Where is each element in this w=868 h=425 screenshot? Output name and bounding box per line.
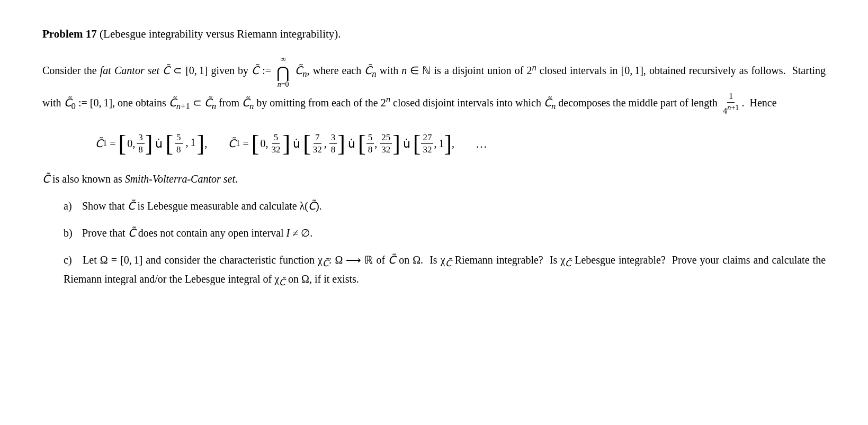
frac-3-8: 3 8 xyxy=(137,132,145,156)
big-intersection: ∞ ⋂ n=0 xyxy=(276,53,290,91)
C-tilde-2: C̃ xyxy=(252,65,259,76)
part-b-label: b) xyxy=(64,224,79,242)
frac-27-32-top: 27 xyxy=(421,132,433,144)
frac-3-8-top: 3 xyxy=(137,132,145,144)
frac-3-8b-top: 3 xyxy=(329,132,337,144)
frac-27-32: 27 32 xyxy=(421,132,433,156)
page-container: Problem 17 (Lebesgue integrability versu… xyxy=(42,25,826,290)
frac-5-8c-top: 5 xyxy=(366,132,374,144)
frac-27-32-bot: 32 xyxy=(421,144,433,156)
part-a: a) Show that C̃ is Lebesgue measurable a… xyxy=(64,197,826,215)
n-zero-label: n=0 xyxy=(278,78,289,91)
C-tilde-known: C̃ xyxy=(42,173,50,185)
frac-7-32-bot: 32 xyxy=(311,144,324,156)
part-b: b) Prove that C̃ does not contain any op… xyxy=(64,224,826,242)
bracket-close-6: ] xyxy=(444,134,452,153)
known-as-text: C̃ is also known as Smith-Volterra-Canto… xyxy=(42,170,826,188)
frac-5-8-top: 5 xyxy=(175,132,183,144)
frac-num: 1 xyxy=(727,91,735,103)
part-a-content: Show that C̃ is Lebesgue measurable and … xyxy=(82,200,322,212)
frac-5-32-a: 5 32 xyxy=(270,132,282,156)
Cn-tilde-2: C̃n xyxy=(364,65,376,76)
bracket-close-3: ] xyxy=(283,134,291,153)
val-0-2: 0, xyxy=(261,135,269,152)
problem-number: Problem 17 xyxy=(42,28,97,40)
part-a-label: a) xyxy=(64,197,79,215)
bracket-close-2: ] xyxy=(197,134,205,153)
union-dot-1: u̇ xyxy=(155,134,163,153)
union-dot-4: u̇ xyxy=(403,134,410,153)
C0-tilde: C̃ xyxy=(64,96,71,108)
frac-5-8: 5 8 xyxy=(175,132,183,156)
frac-3-8-b: 3 8 xyxy=(329,132,337,156)
bracket-close-1: ] xyxy=(145,134,153,153)
bracket-open-2: [ xyxy=(165,134,173,153)
frac-7-32: 7 32 xyxy=(311,132,324,156)
Cn-tilde-4: C̃ xyxy=(242,96,249,108)
Cn-tilde-5: C̃ xyxy=(544,96,551,108)
problem-title: Problem 17 (Lebesgue integrability versu… xyxy=(42,25,826,43)
bracket-close-4: ] xyxy=(337,134,345,153)
frac-3-8b-bot: 8 xyxy=(329,144,337,156)
bracket-open-5: [ xyxy=(358,134,366,153)
Cn-tilde: C̃n xyxy=(295,65,307,76)
problem-subtitle: (Lebesgue integrability versus Riemann i… xyxy=(100,28,341,40)
frac-7-32-top: 7 xyxy=(314,132,321,144)
value-0: 0, xyxy=(127,135,135,152)
bracket-open-6: [ xyxy=(413,134,421,153)
frac-5-8-c: 5 8 xyxy=(366,132,374,156)
bracket-open-4: [ xyxy=(303,134,311,153)
frac-den: 4n+1 xyxy=(721,103,741,117)
paragraph-1: Consider the fat Cantor set C̃ ⊂ [0, 1] … xyxy=(42,53,826,117)
frac-25-32-bot: 32 xyxy=(380,144,392,156)
union-dot-3: u̇ xyxy=(348,134,355,153)
C1-left-expr: C̃1 = [ 0, 3 8 ] u̇ [ 5 8 , 1 ] , xyxy=(95,132,207,156)
bracket-open-3: [ xyxy=(252,134,259,153)
union-dot-2: u̇ xyxy=(293,134,300,153)
Cn-tilde-3: C̃ xyxy=(204,96,212,108)
smith-volterra-name: Smith-Volterra-Cantor set xyxy=(125,173,235,185)
part-b-content: Prove that C̃ does not contain any open … xyxy=(82,227,312,239)
part-c-content: Let Ω = [0, 1] and consider the characte… xyxy=(64,254,826,285)
C-tilde: C̃ xyxy=(163,65,170,76)
math-display-line: C̃1 = [ 0, 3 8 ] u̇ [ 5 8 , 1 ] , xyxy=(42,132,826,156)
frac-5-8-bot: 8 xyxy=(175,144,183,156)
C1-right-expr: C̃1 = [ 0, 5 32 ] u̇ [ 7 32 , 3 8 ] u̇ [ xyxy=(228,132,454,156)
frac-5-32a-bot: 32 xyxy=(270,144,282,156)
value-5-8: 5 8 , 1 xyxy=(174,132,196,156)
part-c: c) Let Ω = [0, 1] and consider the chara… xyxy=(64,251,826,290)
fat-cantor-text: fat Cantor set xyxy=(100,65,159,76)
frac-1-4n1: 1 4n+1 xyxy=(721,91,741,117)
frac-3-8-bot: 8 xyxy=(137,144,145,156)
frac-5-32a-top: 5 xyxy=(272,132,280,144)
Cn1-tilde: C̃ xyxy=(169,96,176,108)
ellipsis: … xyxy=(476,134,489,153)
bracket-close-5: ] xyxy=(392,134,400,153)
frac-5-8c-bot: 8 xyxy=(366,144,374,156)
intersection-symbol: ⋂ xyxy=(276,65,290,79)
part-c-label: c) xyxy=(64,251,79,269)
bracket-open-1: [ xyxy=(119,134,127,153)
frac-25-32: 25 32 xyxy=(380,132,392,156)
frac-25-32-top: 25 xyxy=(380,132,392,144)
